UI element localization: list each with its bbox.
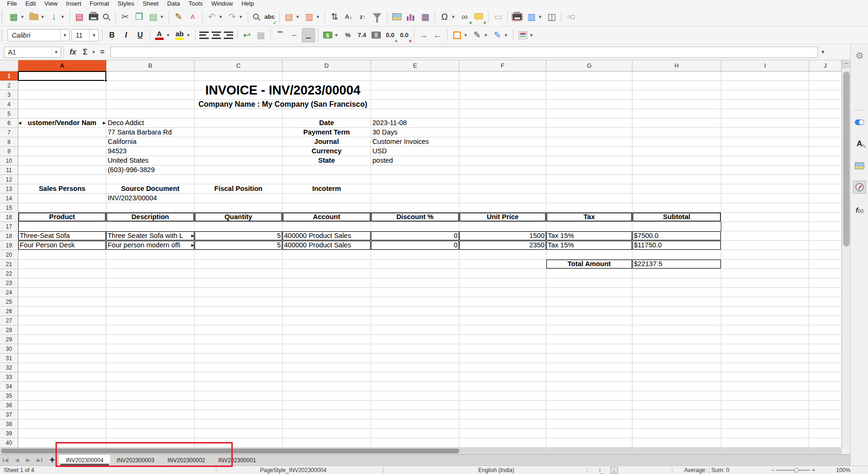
cell-I14[interactable] xyxy=(721,194,809,203)
row-header-12[interactable]: 12 xyxy=(0,175,18,184)
cell-B15[interactable] xyxy=(106,203,195,213)
cell-I32[interactable] xyxy=(721,363,809,372)
borders-dropdown[interactable]: ▼ xyxy=(463,33,469,38)
cell-E8[interactable]: Customer Invoices xyxy=(371,137,459,147)
cell-J3[interactable] xyxy=(809,90,842,100)
horizontal-scrollbar-thumb[interactable] xyxy=(1,449,459,453)
row-header-40[interactable]: 40 xyxy=(0,438,18,448)
cell-J18[interactable] xyxy=(809,231,842,241)
border-style-button[interactable]: ✎▼ xyxy=(471,28,490,42)
cell-A38[interactable] xyxy=(18,419,106,429)
function-wizard-button[interactable]: fx xyxy=(66,48,79,56)
cell-B33[interactable] xyxy=(106,372,195,382)
cell-F26[interactable] xyxy=(459,307,546,316)
row-header-22[interactable]: 22 xyxy=(0,269,18,278)
sidebar-functions-button[interactable]: f(x) xyxy=(853,203,866,216)
cell-D34[interactable] xyxy=(283,382,371,391)
sidebar-navigator-button[interactable] xyxy=(853,181,866,194)
cell-D3[interactable] xyxy=(283,90,371,100)
cell-G29[interactable] xyxy=(546,335,632,344)
cell-H29[interactable] xyxy=(632,335,721,344)
cell-reference[interactable]: A1 xyxy=(4,48,51,56)
cell-G16[interactable]: Tax xyxy=(546,213,632,222)
zoom-slider-knob[interactable] xyxy=(794,468,799,473)
column-header-J[interactable]: J xyxy=(809,60,842,71)
cell-I33[interactable] xyxy=(721,372,809,382)
cell-I2[interactable] xyxy=(721,81,809,90)
cell-B6[interactable]: Deco Addict xyxy=(106,118,195,128)
cell-D15[interactable] xyxy=(283,203,371,213)
cell-D36[interactable] xyxy=(283,401,371,410)
cell-I36[interactable] xyxy=(721,401,809,410)
expand-formula-bar[interactable]: ▼ xyxy=(821,49,825,55)
cell-C17[interactable] xyxy=(195,222,283,231)
cell-J25[interactable] xyxy=(809,297,842,307)
first-sheet-button[interactable]: ◀ xyxy=(0,455,11,466)
borders-button[interactable]: ▼ xyxy=(450,28,470,42)
name-box-dropdown[interactable]: ▼ xyxy=(51,47,61,57)
cell-H20[interactable] xyxy=(632,250,721,260)
row-header-31[interactable]: 31 xyxy=(0,354,18,363)
cell-A13[interactable]: Sales Persons xyxy=(18,184,106,194)
sheet-tab-INV202300004[interactable]: INV202300004 xyxy=(59,455,110,466)
cell-H18[interactable]: $7500.0 xyxy=(632,231,721,241)
spelling-button[interactable]: abc✓ xyxy=(263,10,276,24)
cell-B19[interactable]: Four person modern offi▶ xyxy=(106,241,195,250)
cell-C28[interactable] xyxy=(195,325,283,335)
row-header-21[interactable]: 21 xyxy=(0,260,18,269)
row-header-4[interactable]: 4 xyxy=(0,100,18,109)
cell-D27[interactable] xyxy=(283,316,371,325)
cell-A22[interactable] xyxy=(18,269,106,278)
cell-E33[interactable] xyxy=(371,372,459,382)
cell-B7[interactable]: 77 Santa Barbara Rd xyxy=(106,128,195,137)
cell-F29[interactable] xyxy=(459,335,546,344)
zoom-level[interactable]: 100% xyxy=(836,467,851,474)
cell-G10[interactable] xyxy=(546,156,632,166)
cell-J22[interactable] xyxy=(809,269,842,278)
cell-F3[interactable] xyxy=(459,90,546,100)
cell-D26[interactable] xyxy=(283,307,371,316)
cell-D19[interactable]: 400000 Product Sales xyxy=(283,241,371,250)
cell-E19[interactable]: 0 xyxy=(371,241,459,250)
font-size-value[interactable]: 11 xyxy=(72,32,89,39)
cell-H9[interactable] xyxy=(632,147,721,156)
cell-I24[interactable] xyxy=(721,288,809,297)
cell-E37[interactable] xyxy=(371,410,459,419)
cell-C24[interactable] xyxy=(195,288,283,297)
align-bottom-button[interactable]: ▁ xyxy=(302,28,315,42)
cell-J31[interactable] xyxy=(809,354,842,363)
cell-J14[interactable] xyxy=(809,194,842,203)
cell-C7[interactable] xyxy=(195,128,283,137)
cell-F5[interactable] xyxy=(459,109,546,118)
undo-button[interactable]: ↶▼ xyxy=(205,10,225,24)
cell-H34[interactable] xyxy=(632,382,721,391)
cell-D9[interactable]: Currency xyxy=(283,147,371,156)
cell-I16[interactable] xyxy=(721,213,809,222)
cell-A11[interactable] xyxy=(18,166,106,175)
cell-D5[interactable] xyxy=(283,109,371,118)
cell-I38[interactable] xyxy=(721,419,809,429)
cell-E4[interactable] xyxy=(371,100,459,109)
cell-G30[interactable] xyxy=(546,344,632,354)
cell-J27[interactable] xyxy=(809,316,842,325)
cell-C29[interactable] xyxy=(195,335,283,344)
cell-I8[interactable] xyxy=(721,137,809,147)
menu-format[interactable]: Format xyxy=(86,0,113,8)
menu-data[interactable]: Data xyxy=(163,0,184,8)
cell-G15[interactable] xyxy=(546,203,632,213)
row-header-37[interactable]: 37 xyxy=(0,410,18,419)
row-header-25[interactable]: 25 xyxy=(0,297,18,307)
cell-C15[interactable] xyxy=(195,203,283,213)
print-button[interactable] xyxy=(87,10,100,24)
cell-E16[interactable]: Discount % xyxy=(371,213,459,222)
cell-G11[interactable] xyxy=(546,166,632,175)
row-header-38[interactable]: 38 xyxy=(0,419,18,429)
cell-H8[interactable] xyxy=(632,137,721,147)
cell-B32[interactable] xyxy=(106,363,195,372)
cell-D40[interactable] xyxy=(283,438,371,448)
cell-G36[interactable] xyxy=(546,401,632,410)
cell-I23[interactable] xyxy=(721,278,809,288)
cell-F9[interactable] xyxy=(459,147,546,156)
cell-D18[interactable]: 400000 Product Sales xyxy=(283,231,371,241)
cell-C10[interactable] xyxy=(195,156,283,166)
